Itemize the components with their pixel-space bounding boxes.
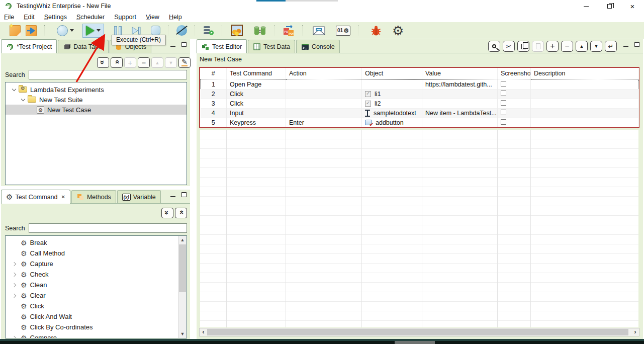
move-down-button[interactable]: ▼ (165, 57, 177, 68)
tree-item-new-test-case[interactable]: ⚙ New Test Case (6, 105, 187, 115)
test-data-generation-button[interactable]: 01⚙ (336, 26, 350, 36)
tab-test-editor[interactable]: Test Editor (197, 39, 247, 53)
col-header-value[interactable]: Value (422, 68, 498, 79)
scroll-up-icon[interactable]: ▲ (178, 236, 187, 244)
paste-button[interactable] (532, 41, 544, 52)
col-header-description[interactable]: Description (531, 68, 639, 79)
scrollbar-thumb[interactable] (179, 244, 186, 292)
pdf-comparison-button[interactable]: PDF PDF (283, 25, 295, 37)
settings-button[interactable]: ⚙ (392, 25, 404, 36)
add-button[interactable]: + (124, 57, 136, 68)
panel-minimize-icon[interactable] (623, 46, 628, 47)
expander-icon[interactable] (12, 272, 16, 276)
menu-item-help[interactable]: Help (169, 14, 182, 21)
tree-item-new-test-suite[interactable]: New Test Suite (6, 95, 187, 105)
tab-console[interactable]: Console (296, 40, 340, 53)
remove-row-button[interactable]: − (561, 41, 573, 52)
insert-step-button[interactable]: ↵ (605, 41, 617, 52)
step-execution-button[interactable] (131, 26, 141, 36)
panel-maximize-icon[interactable] (181, 192, 187, 197)
collapse-icon[interactable] (12, 87, 16, 91)
copy-button[interactable] (517, 41, 529, 52)
table-row[interactable]: 5 Keypress Enter addbutton (201, 118, 639, 127)
menu-item-settings[interactable]: Settings (44, 14, 67, 21)
command-item-break[interactable]: ⚙Break (6, 237, 178, 248)
debug-button[interactable] (371, 25, 382, 36)
screenshot-checkbox[interactable] (501, 81, 506, 87)
collapse-icon[interactable] (21, 97, 25, 101)
horizontal-scrollbar[interactable]: ‹ › (199, 328, 639, 336)
search-button[interactable] (488, 41, 500, 52)
record-disabled-button[interactable] (176, 25, 187, 36)
database-comparison-button[interactable] (253, 26, 266, 36)
menu-item-scheduler[interactable]: Scheduler (76, 14, 105, 21)
menu-item-file[interactable]: File (4, 14, 14, 21)
panel-minimize-icon[interactable] (170, 46, 175, 47)
table-row[interactable]: 1 Open Page https://lambdatest.gith... (201, 79, 639, 89)
command-item-call-method[interactable]: ⚙Call Method (6, 248, 178, 259)
remote-execution-button[interactable] (203, 26, 214, 36)
scroll-right-icon[interactable]: › (631, 328, 639, 336)
menu-item-edit[interactable]: Edit (24, 14, 35, 21)
col-header-object[interactable]: Object (362, 68, 422, 79)
screenshot-checkbox[interactable] (501, 100, 506, 106)
table-row[interactable]: 3 Click li2 (201, 99, 639, 108)
command-item-check[interactable]: ⚙Check (6, 269, 178, 280)
expander-icon[interactable] (12, 335, 16, 338)
command-list-scrollbar[interactable]: ▲ ▼ (178, 236, 187, 338)
minimize-button[interactable] (575, 0, 598, 12)
image-comparison-button[interactable] (231, 25, 243, 36)
command-item-click-and-wait[interactable]: ⚙Click And Wait (6, 311, 178, 322)
cut-button[interactable]: ✂ (503, 41, 515, 52)
scroll-left-icon[interactable]: ‹ (200, 328, 207, 336)
command-item-capture[interactable]: ⚙Capture (6, 259, 178, 269)
add-row-button[interactable]: + (546, 41, 559, 52)
expand-all-button[interactable]: » (175, 208, 187, 218)
command-item-click-by-coordinates[interactable]: ⚙Click By Co-ordinates (6, 322, 178, 332)
execute-dropdown-icon[interactable] (97, 29, 101, 32)
stop-button[interactable] (151, 26, 160, 35)
record-dropdown-icon[interactable] (70, 29, 74, 32)
tab-methods[interactable]: Methods (71, 190, 116, 203)
command-item-click[interactable]: ⚙Click (6, 301, 178, 311)
screenshot-checkbox[interactable] (501, 119, 506, 125)
command-search-input[interactable] (29, 223, 187, 233)
move-down-button[interactable]: ▼ (590, 41, 602, 52)
panel-minimize-icon[interactable] (170, 196, 175, 197)
col-header-num[interactable]: # (201, 68, 227, 79)
command-item-clean[interactable]: ⚙Clean (6, 280, 178, 290)
project-search-input[interactable] (29, 70, 187, 79)
tab-test-project[interactable]: *Test Project (1, 39, 57, 53)
menu-item-support[interactable]: Support (114, 14, 136, 21)
move-up-button[interactable]: ▲ (576, 41, 588, 52)
command-item-compare[interactable]: ⚙Compare (6, 332, 178, 338)
col-header-action[interactable]: Action (286, 68, 362, 79)
scrollbar-thumb[interactable] (207, 329, 628, 335)
table-row[interactable]: 2 Click li1 (201, 89, 639, 99)
close-button[interactable]: × (621, 0, 644, 12)
panel-maximize-icon[interactable] (181, 42, 187, 47)
pause-button[interactable] (114, 26, 122, 35)
tree-item-lambdatest-experiments[interactable]: LambdaTest Experiments (6, 84, 187, 95)
col-header-screenshot[interactable]: Screenshot (498, 68, 531, 79)
remove-button[interactable]: − (138, 57, 150, 68)
new-test-button[interactable] (10, 25, 21, 36)
tab-test-data[interactable]: Test Data (248, 40, 295, 53)
rename-button[interactable]: ✎ (178, 57, 191, 68)
tab-test-command[interactable]: ⚙ Test Command ✕ (1, 190, 70, 204)
collapse-all-button[interactable]: » (97, 57, 109, 68)
move-up-button[interactable]: ▲ (151, 57, 163, 68)
tab-variable[interactable]: (x) Variable (117, 190, 161, 203)
record-button[interactable] (57, 25, 74, 36)
execute-button[interactable] (82, 24, 104, 38)
restore-button[interactable] (598, 0, 621, 12)
menu-item-view[interactable]: View (146, 14, 159, 21)
screenshot-checkbox[interactable] (501, 110, 506, 115)
table-row[interactable]: 4 Input sampletodotext New item - Lambda… (201, 108, 639, 118)
col-header-test-command[interactable]: Test Command (227, 68, 286, 79)
collapse-all-button[interactable]: » (161, 208, 173, 218)
command-item-clear[interactable]: ⚙Clear (6, 290, 178, 301)
expander-icon[interactable] (12, 293, 16, 297)
tab-close-icon[interactable]: ✕ (61, 194, 65, 200)
tab-data-table[interactable]: Data Table (58, 40, 109, 53)
